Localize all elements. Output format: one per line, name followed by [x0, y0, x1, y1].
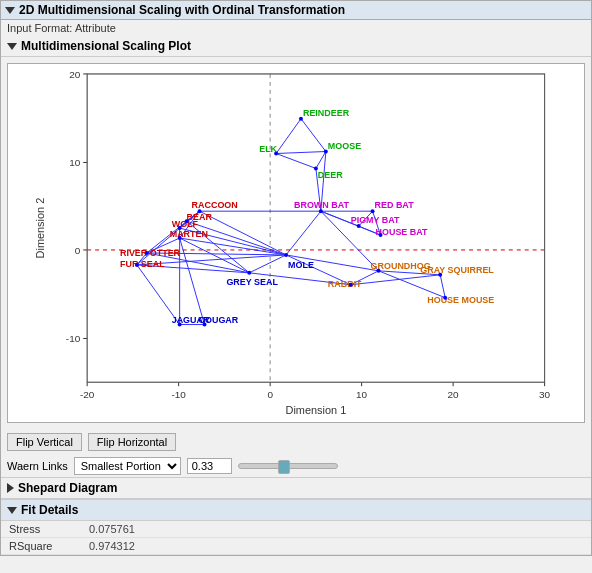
window-title: 2D Multidimensional Scaling with Ordinal…: [19, 3, 345, 17]
mds-chart: -20 -10 0 10 20 30 20 10 0 -10 D: [8, 64, 584, 422]
svg-point-101: [185, 219, 189, 223]
svg-point-109: [379, 233, 383, 237]
stress-label: Stress: [1, 521, 81, 538]
svg-point-102: [178, 226, 182, 230]
svg-point-115: [443, 296, 447, 300]
svg-text:REINDEER: REINDEER: [303, 108, 350, 118]
rsquare-value: 0.974312: [81, 538, 591, 555]
svg-point-103: [178, 236, 182, 240]
mds-collapse-icon: [7, 43, 17, 50]
svg-point-112: [377, 269, 381, 273]
flip-vertical-button[interactable]: Flip Vertical: [7, 433, 82, 451]
svg-text:GREY SEAL: GREY SEAL: [226, 277, 278, 287]
svg-point-114: [438, 273, 442, 277]
waern-links-row: Waern Links Smallest Portion All Links N…: [1, 455, 591, 477]
fit-details-section: Fit Details Stress 0.075761 RSquare 0.97…: [1, 499, 591, 555]
svg-text:0: 0: [75, 245, 81, 256]
svg-text:0: 0: [267, 389, 273, 400]
svg-text:MARTEN: MARTEN: [170, 229, 208, 239]
shepard-label: Shepard Diagram: [18, 481, 117, 495]
svg-text:-10: -10: [171, 389, 186, 400]
svg-text:RIVER OTTER: RIVER OTTER: [120, 248, 181, 258]
svg-point-110: [284, 253, 288, 257]
svg-text:MOOSE: MOOSE: [328, 141, 361, 151]
svg-text:BROWN BAT: BROWN BAT: [294, 200, 349, 210]
svg-text:HOUSE MOUSE: HOUSE MOUSE: [427, 295, 494, 305]
svg-rect-0: [87, 74, 544, 382]
svg-text:20: 20: [448, 389, 460, 400]
svg-text:20: 20: [69, 69, 81, 80]
svg-point-104: [145, 251, 149, 255]
svg-text:RED BAT: RED BAT: [375, 200, 415, 210]
fit-collapse-icon: [7, 507, 17, 514]
svg-point-116: [178, 323, 182, 327]
stress-row: Stress 0.075761: [1, 521, 591, 538]
fit-details-header[interactable]: Fit Details: [1, 500, 591, 521]
svg-point-97: [274, 152, 278, 156]
waern-label: Waern Links: [7, 460, 68, 472]
svg-point-105: [135, 263, 139, 267]
main-header: 2D Multidimensional Scaling with Ordinal…: [1, 1, 591, 20]
svg-point-111: [247, 271, 251, 275]
svg-text:HOUSE BAT: HOUSE BAT: [376, 227, 429, 237]
rsquare-label: RSquare: [1, 538, 81, 555]
svg-text:-20: -20: [80, 389, 95, 400]
input-format-label: Input Format:: [7, 22, 72, 34]
svg-text:30: 30: [539, 389, 551, 400]
fit-details-label: Fit Details: [21, 503, 78, 517]
svg-text:RACCOON: RACCOON: [192, 200, 238, 210]
svg-text:PIGMY BAT: PIGMY BAT: [351, 215, 400, 225]
svg-point-98: [324, 150, 328, 154]
mds-plot-header[interactable]: Multidimensional Scaling Plot: [1, 36, 591, 57]
svg-point-117: [203, 323, 207, 327]
svg-text:10: 10: [356, 389, 368, 400]
svg-text:FUR SEAL: FUR SEAL: [120, 259, 165, 269]
svg-point-106: [319, 209, 323, 213]
main-panel: 2D Multidimensional Scaling with Ordinal…: [0, 0, 592, 556]
svg-point-108: [357, 224, 361, 228]
mds-plot-label: Multidimensional Scaling Plot: [21, 39, 191, 53]
plot-area: -20 -10 0 10 20 30 20 10 0 -10 D: [7, 63, 585, 423]
waern-select[interactable]: Smallest Portion All Links No Links: [74, 457, 181, 475]
svg-point-100: [198, 209, 202, 213]
svg-point-107: [371, 209, 375, 213]
svg-point-113: [349, 283, 353, 287]
shepard-header[interactable]: Shepard Diagram: [1, 477, 591, 499]
input-format-value: Attribute: [75, 22, 116, 34]
svg-text:GRAY SQUIRREL: GRAY SQUIRREL: [420, 265, 494, 275]
flip-horizontal-button[interactable]: Flip Horizontal: [88, 433, 176, 451]
svg-point-99: [314, 166, 318, 170]
waern-value-input[interactable]: [187, 458, 232, 474]
collapse-icon[interactable]: [5, 7, 15, 14]
svg-text:DEER: DEER: [318, 170, 343, 180]
svg-text:10: 10: [69, 157, 81, 168]
rsquare-row: RSquare 0.974312: [1, 538, 591, 555]
svg-point-96: [299, 117, 303, 121]
waern-slider-track: [238, 463, 338, 469]
input-format-row: Input Format: Attribute: [1, 20, 591, 36]
shepard-expand-icon: [7, 483, 14, 493]
svg-text:RABBIT: RABBIT: [328, 279, 362, 289]
svg-text:Dimension 2: Dimension 2: [34, 198, 46, 259]
fit-table: Stress 0.075761 RSquare 0.974312: [1, 521, 591, 555]
svg-text:-10: -10: [66, 333, 81, 344]
svg-text:Dimension 1: Dimension 1: [286, 404, 347, 416]
stress-value: 0.075761: [81, 521, 591, 538]
svg-text:MOLE: MOLE: [288, 260, 314, 270]
controls-row: Flip Vertical Flip Horizontal: [1, 429, 591, 455]
waern-slider-thumb[interactable]: [278, 460, 290, 474]
